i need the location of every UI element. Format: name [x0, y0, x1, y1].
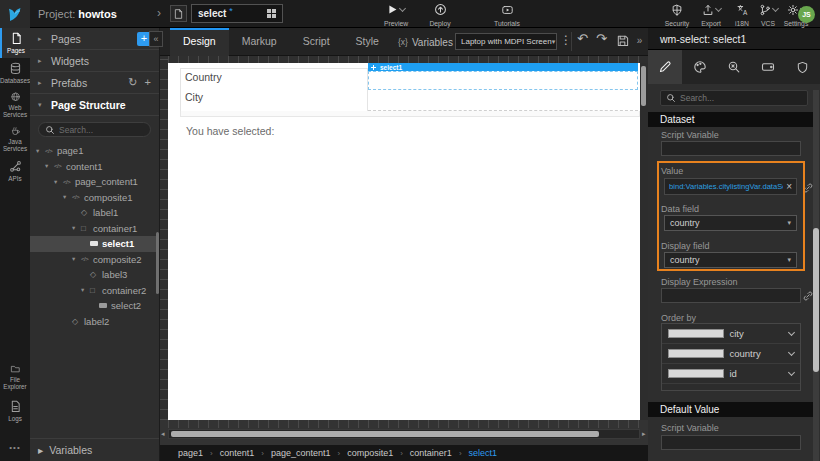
tab-script[interactable]: Script [290, 28, 343, 56]
properties-search[interactable] [660, 90, 808, 106]
chevron-down-icon[interactable] [399, 4, 406, 11]
canvas-vertical-scrollbar-thumb[interactable] [641, 66, 646, 106]
design-canvas[interactable]: Country City select1 You have selected: [168, 63, 640, 420]
tree-item-label3[interactable]: label3 [30, 267, 159, 283]
breadcrumb-content1[interactable]: content1 [220, 448, 255, 458]
device-selector[interactable]: Laptop with MDPI Screen ▾ [455, 33, 557, 50]
redo-button[interactable]: ↷ [596, 31, 607, 46]
structure-search-input[interactable] [59, 125, 139, 135]
rail-item-web-services[interactable]: Web Services [0, 88, 30, 122]
clear-binding-icon[interactable]: × [786, 181, 792, 192]
tree-item-container1[interactable]: container1 [30, 221, 159, 237]
tab-security[interactable] [786, 50, 820, 84]
properties-search-input[interactable] [680, 93, 790, 103]
deploy-button[interactable]: Deploy [418, 3, 462, 27]
chevron-down-icon[interactable] [788, 348, 795, 355]
expand-arrow-icon[interactable] [54, 178, 63, 186]
expand-arrow-icon[interactable] [72, 255, 81, 263]
canvas-horizontal-scrollbar[interactable] [168, 429, 640, 439]
select2-widget[interactable] [368, 90, 638, 111]
section-page-structure[interactable]: ▾ Page Structure [30, 94, 159, 116]
tree-item-container2[interactable]: container2 [30, 283, 159, 299]
collapse-panel-button[interactable]: « [149, 31, 163, 47]
structure-search[interactable] [38, 122, 151, 137]
tab-style[interactable]: Style [343, 28, 392, 56]
tree-item-label2[interactable]: label2 [30, 314, 159, 330]
export-button[interactable]: Export [695, 3, 727, 27]
tree-item-content1[interactable]: content1 [30, 159, 159, 175]
tree-item-composite2[interactable]: composite2 [30, 252, 159, 268]
tab-styles[interactable] [682, 50, 716, 84]
result-label-widget[interactable]: You have selected: [186, 125, 274, 137]
breadcrumb-page_content1[interactable]: page_content1 [271, 448, 331, 458]
order-by-option-id[interactable]: id [662, 364, 800, 384]
undo-button[interactable]: ↶ [577, 31, 588, 46]
city-label-cell[interactable]: City [180, 89, 368, 112]
dataset-section-header[interactable]: Dataset [648, 112, 813, 127]
chevron-down-icon[interactable] [771, 4, 778, 11]
value-binding-field[interactable]: bind:Variables.citylistingVar.dataSet × [664, 178, 797, 195]
scroll-left-arrow[interactable]: ◂ [161, 430, 165, 438]
breadcrumb-composite1[interactable]: composite1 [347, 448, 393, 458]
expand-arrow-icon[interactable] [45, 162, 54, 170]
rail-item-java-services[interactable]: Java Services [0, 122, 30, 156]
expand-arrow-icon[interactable] [72, 224, 81, 232]
expand-arrow-icon[interactable] [63, 193, 72, 201]
default-script-variable-input[interactable] [662, 436, 800, 449]
section-prefabs[interactable]: ▸ Prefabs ↻ + [30, 72, 159, 94]
checkbox[interactable] [668, 349, 724, 358]
breadcrumb-select1[interactable]: select1 [469, 448, 498, 458]
breadcrumb-container1[interactable]: container1 [410, 448, 452, 458]
expand-arrow-icon[interactable] [36, 147, 45, 155]
breadcrumb-page1[interactable]: page1 [178, 448, 203, 458]
user-avatar[interactable]: JS [798, 6, 815, 23]
move-icon[interactable] [371, 65, 376, 70]
tree-item-select1-selected[interactable]: select1 [30, 236, 159, 252]
section-variables[interactable]: ▸ Variables [30, 438, 159, 461]
checkbox[interactable] [668, 329, 724, 338]
tutorials-button[interactable]: Tutorials [485, 3, 529, 27]
tree-scrollbar-thumb[interactable] [156, 232, 159, 294]
section-widgets[interactable]: ▸ Widgets [30, 50, 159, 72]
tree-item-page_content1[interactable]: page_content1 [30, 174, 159, 190]
rail-item-file-explorer[interactable]: File Explorer [0, 360, 30, 394]
selected-widget-tag[interactable]: select1 [368, 63, 638, 71]
order-by-option-country[interactable]: country [662, 344, 800, 364]
tree-item-page1[interactable]: page1 [30, 143, 159, 159]
save-button[interactable] [616, 34, 629, 47]
display-field-select[interactable]: country ▾ [664, 252, 797, 268]
chevron-down-icon[interactable] [714, 4, 721, 11]
tab-device[interactable] [751, 50, 785, 84]
chevron-down-icon[interactable] [788, 328, 795, 335]
scroll-right-arrow[interactable]: ▸ [642, 430, 646, 438]
chevron-down-icon[interactable] [788, 368, 795, 375]
tab-markup[interactable]: Markup [229, 28, 290, 56]
page-grid-icon[interactable] [267, 9, 276, 18]
open-page-tab[interactable]: select * [191, 4, 283, 23]
default-value-section-header[interactable]: Default Value [648, 402, 813, 417]
checkbox[interactable] [668, 369, 724, 378]
security-button[interactable]: Security [660, 3, 694, 27]
rail-more-button[interactable]: ••• [0, 443, 30, 452]
canvas-vertical-scrollbar[interactable] [640, 63, 648, 420]
order-by-option-city[interactable]: city [662, 324, 800, 344]
properties-scrollbar-thumb[interactable] [813, 228, 819, 372]
script-variable-input[interactable] [662, 142, 800, 155]
tab-properties[interactable] [648, 50, 682, 84]
tab-events[interactable] [717, 50, 751, 84]
tree-item-label1[interactable]: label1 [30, 205, 159, 221]
display-expression-input[interactable] [662, 289, 800, 302]
tab-design[interactable]: Design [170, 28, 229, 56]
country-label-cell[interactable]: Country [180, 68, 368, 90]
add-prefab-icon[interactable]: + [145, 76, 151, 89]
i18n-button[interactable]: A i18N [729, 3, 755, 27]
expand-panel-button[interactable]: » [633, 34, 646, 49]
vcs-button[interactable]: VCS [754, 3, 782, 27]
expand-arrow-icon[interactable] [81, 286, 90, 294]
data-field-select[interactable]: country ▾ [664, 215, 797, 231]
refresh-prefabs-icon[interactable]: ↻ [128, 76, 137, 89]
tree-item-select2[interactable]: select2 [30, 298, 159, 314]
canvas-horizontal-scrollbar-thumb[interactable] [171, 431, 599, 437]
tree-item-composite1[interactable]: composite1 [30, 190, 159, 206]
rail-item-databases[interactable]: Databases [0, 58, 30, 88]
